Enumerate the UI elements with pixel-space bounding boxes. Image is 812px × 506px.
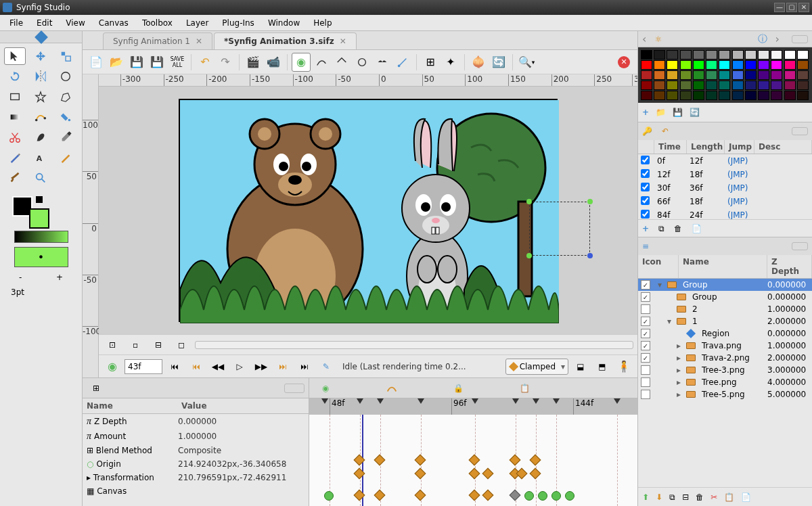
onion-skin-button[interactable]: 🧅 <box>469 53 488 72</box>
tl-curve-button[interactable] <box>382 379 401 398</box>
menu-toolbox[interactable]: Toolbox <box>135 16 179 30</box>
layer-expand-icon[interactable]: ▸ <box>675 353 683 363</box>
render-button[interactable]: 🎬 <box>244 53 263 72</box>
palette-cell[interactable] <box>797 50 809 60</box>
sketch-tool[interactable] <box>4 149 26 166</box>
layer-row[interactable]: Region0.000000 <box>638 327 812 340</box>
layer-expand-icon[interactable] <box>675 329 683 338</box>
width-tool[interactable] <box>55 149 76 166</box>
palette-cell[interactable] <box>719 50 730 60</box>
kf-remove-button[interactable]: 🗑 <box>674 224 682 233</box>
save-as-button[interactable]: 💾 <box>148 53 166 72</box>
palette-cell[interactable] <box>680 50 692 60</box>
param-row[interactable]: ▦ Canvas <box>83 484 309 498</box>
circle-tool[interactable] <box>55 68 76 85</box>
keyframe-enabled-checkbox[interactable] <box>641 183 650 191</box>
col-desc[interactable]: Desc <box>754 140 812 154</box>
tab-animation-1[interactable]: Synfig Animation 1✕ <box>103 32 212 49</box>
kf-add-button[interactable]: + <box>642 224 649 233</box>
palette-cell[interactable] <box>641 50 652 60</box>
layer-row[interactable]: ▸Tree-3.png3.000000 <box>638 364 812 376</box>
close-tab-icon[interactable]: ✕ <box>340 37 346 46</box>
palette-cell[interactable] <box>771 50 782 60</box>
palette-folder-button[interactable]: 📁 <box>656 108 666 117</box>
layer-visible-checkbox[interactable] <box>641 353 650 363</box>
palette-cell[interactable] <box>719 70 730 80</box>
palette-cell[interactable] <box>693 91 704 100</box>
redo-button[interactable]: ↷ <box>216 53 235 72</box>
layer-lower-button[interactable]: ⬇ <box>656 492 662 502</box>
param-value[interactable]: 1.000000 <box>178 432 304 441</box>
layer-visible-checkbox[interactable] <box>641 365 650 375</box>
palette-cell[interactable] <box>771 70 782 80</box>
save-button[interactable]: 💾 <box>127 53 146 72</box>
mirror-tool[interactable] <box>30 68 51 85</box>
menu-layer[interactable]: Layer <box>179 16 215 30</box>
keyframe-lock-past-button[interactable]: ⬓ <box>571 357 590 376</box>
palette-cell[interactable] <box>732 50 744 60</box>
preview-button[interactable]: 📹 <box>264 53 283 72</box>
canvas-viewport[interactable] <box>99 87 637 334</box>
col-value[interactable]: Value <box>177 398 309 413</box>
params-tab-icon[interactable]: ⊞ <box>87 379 106 398</box>
tl-lock-button[interactable]: 🔒 <box>449 379 468 398</box>
layer-row[interactable]: ▸Trava-2.png2.000000 <box>638 352 812 364</box>
seek-start-button[interactable]: ⏮ <box>165 357 184 376</box>
palette-cell[interactable] <box>758 70 769 80</box>
palette-cell[interactable] <box>797 70 809 80</box>
layer-visible-checkbox[interactable] <box>641 280 650 290</box>
palette-cell[interactable] <box>732 70 744 80</box>
palette-cell[interactable] <box>667 91 678 100</box>
layer-visible-checkbox[interactable] <box>641 341 650 350</box>
palette-cell[interactable] <box>784 91 796 100</box>
keyframe-row[interactable]: 0f12f(JMP) <box>638 154 812 168</box>
maximize-button[interactable]: ▢ <box>786 3 797 12</box>
palette-cell[interactable] <box>719 80 730 90</box>
kf-duplicate-button[interactable]: ⧉ <box>658 224 664 233</box>
palette-cell[interactable] <box>784 50 796 60</box>
nav-prev-icon[interactable]: ‹ <box>642 32 646 45</box>
menu-window[interactable]: Window <box>261 16 307 30</box>
panel-grip[interactable] <box>792 242 808 250</box>
seek-fwd-button[interactable]: ▶▶ <box>252 357 271 376</box>
palette-cell[interactable] <box>641 91 652 100</box>
seek-back-button[interactable]: ◀◀ <box>208 357 227 376</box>
zoom-page-button[interactable]: ▫ <box>126 336 145 354</box>
col-icon[interactable]: Icon <box>638 255 679 278</box>
interpolation-combo[interactable]: Clamped <box>505 359 568 375</box>
palette-cell[interactable] <box>771 91 782 100</box>
palette-cell[interactable] <box>667 70 678 80</box>
menu-view[interactable]: View <box>59 16 91 30</box>
zoom-fit-button[interactable]: ⊡ <box>103 336 122 354</box>
bird-icon[interactable] <box>373 53 392 72</box>
layer-row[interactable]: ▾Group0.000000 <box>638 279 812 291</box>
col-jump[interactable]: Jump <box>725 140 754 154</box>
layer-row[interactable]: Group0.000000 <box>638 291 812 303</box>
spline-mode-2-button[interactable] <box>332 53 351 72</box>
scale-tool[interactable] <box>55 47 76 65</box>
palette-cell[interactable] <box>693 80 704 90</box>
layer-visible-checkbox[interactable] <box>641 304 650 314</box>
palette-cell[interactable] <box>654 60 665 70</box>
nav-next-icon[interactable]: › <box>775 32 780 45</box>
palette-cell[interactable] <box>758 50 769 60</box>
keyframe-lock-future-button[interactable]: ⬒ <box>593 357 612 376</box>
keyframe-enabled-checkbox[interactable] <box>641 169 650 178</box>
menu-file[interactable]: File <box>3 16 30 30</box>
palette-cell[interactable] <box>732 91 744 100</box>
palette-cell[interactable] <box>654 91 665 100</box>
col-zdepth[interactable]: Z Depth <box>767 255 812 278</box>
seek-prev-kf-button[interactable]: ⏮ <box>187 357 206 376</box>
palette-cell[interactable] <box>784 70 796 80</box>
layer-paste-button[interactable]: 📄 <box>741 492 751 502</box>
minimize-button[interactable]: — <box>774 3 785 12</box>
palette-cell[interactable] <box>654 50 665 60</box>
palette-cell[interactable] <box>680 70 692 80</box>
layer-visible-checkbox[interactable] <box>641 390 650 399</box>
open-button[interactable]: 📂 <box>107 53 126 72</box>
fill-color[interactable] <box>29 208 49 229</box>
layer-row[interactable]: ▸Trava.png1.000000 <box>638 340 812 352</box>
keyframe-row[interactable]: 30f36f(JMP) <box>638 181 812 195</box>
layer-expand-icon[interactable]: ▸ <box>675 377 683 387</box>
layer-expand-icon[interactable]: ▸ <box>675 365 683 375</box>
